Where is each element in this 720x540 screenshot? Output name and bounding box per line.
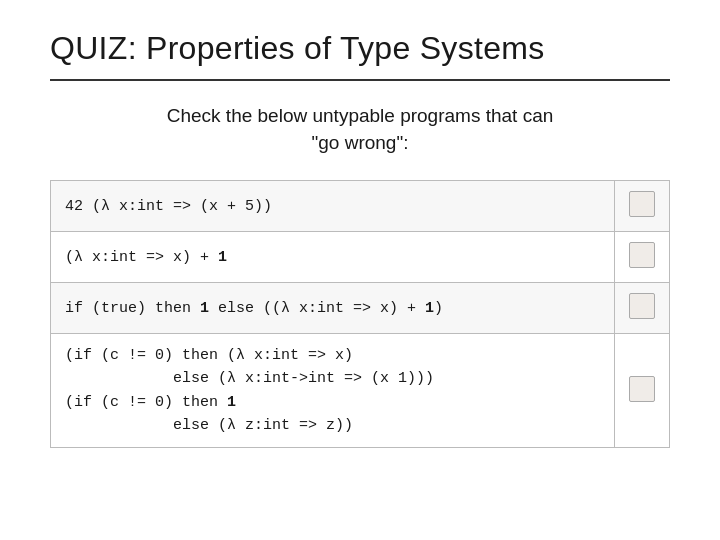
page: QUIZ: Properties of Type Systems Check t… [0,0,720,540]
checkbox-cell-4[interactable] [615,334,670,448]
subtitle: Check the below untypable programs that … [50,103,670,156]
page-title: QUIZ: Properties of Type Systems [50,30,670,67]
checkbox-cell-2[interactable] [615,232,670,283]
code-text-2: (λ x:int => x) + 1 [65,249,227,266]
code-text-4: (if (c != 0) then (λ x:int => x) else (λ… [65,347,434,434]
checkbox-1[interactable] [629,191,655,217]
quiz-table: 42 (λ x:int => (x + 5)) (λ x:int => x) +… [50,180,670,448]
code-text-3: if (true) then 1 else ((λ x:int => x) + … [65,300,443,317]
checkbox-3[interactable] [629,293,655,319]
bold-4: 1 [227,394,236,411]
code-cell-2: (λ x:int => x) + 1 [51,232,615,283]
bold-2: 1 [200,300,209,317]
bold-1: 1 [218,249,227,266]
divider [50,79,670,81]
code-cell-3: if (true) then 1 else ((λ x:int => x) + … [51,283,615,334]
checkbox-4[interactable] [629,376,655,402]
checkbox-2[interactable] [629,242,655,268]
code-cell-1: 42 (λ x:int => (x + 5)) [51,181,615,232]
table-row: (if (c != 0) then (λ x:int => x) else (λ… [51,334,670,448]
code-text-1: 42 (λ x:int => (x + 5)) [65,198,272,215]
table-row: if (true) then 1 else ((λ x:int => x) + … [51,283,670,334]
checkbox-cell-1[interactable] [615,181,670,232]
table-row: 42 (λ x:int => (x + 5)) [51,181,670,232]
checkbox-cell-3[interactable] [615,283,670,334]
bold-3: 1 [425,300,434,317]
code-cell-4: (if (c != 0) then (λ x:int => x) else (λ… [51,334,615,448]
table-row: (λ x:int => x) + 1 [51,232,670,283]
